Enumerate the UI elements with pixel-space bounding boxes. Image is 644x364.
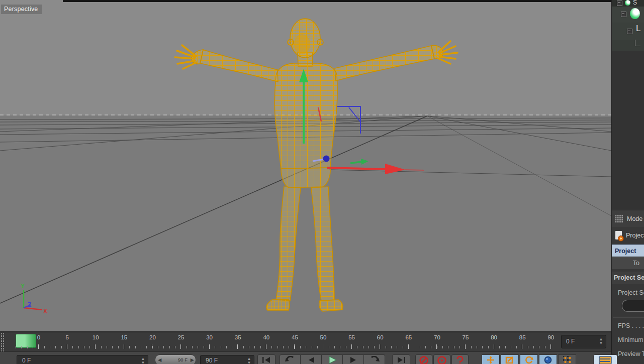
tick-label: 30 — [206, 334, 213, 340]
project-scale-input[interactable] — [622, 300, 644, 312]
goto-next-key-button[interactable] — [364, 354, 385, 364]
next-frame-button[interactable] — [343, 354, 364, 364]
keying-rotation-toggle[interactable] — [520, 354, 538, 364]
project-scale-label: Project Scale — [618, 289, 644, 296]
keyframe-selection-button[interactable] — [451, 354, 469, 364]
position-move-icon — [486, 356, 495, 364]
tick-label: 25 — [178, 334, 185, 340]
context-label: Project — [626, 227, 644, 245]
object-tree-item[interactable]: L — [612, 23, 644, 40]
rotation-arrow-icon — [524, 356, 533, 364]
expand-icon[interactable] — [627, 29, 632, 34]
tick-label: 0 — [37, 334, 40, 340]
perspective-viewport[interactable]: Y Z X Perspective — [0, 0, 611, 331]
object-label[interactable]: S — [633, 0, 637, 6]
tick-label: 65 — [405, 334, 412, 340]
tick-label: 70 — [434, 334, 440, 340]
timeline-ruler[interactable]: 051015202530354045505560657075808590 0 F… — [0, 331, 611, 351]
application-window: Y Z X Perspective S L Mode — [0, 0, 644, 364]
pla-dots-icon — [563, 356, 571, 363]
tab-project[interactable]: Project — [612, 245, 644, 257]
viewport-top-border — [63, 0, 611, 2]
play-icon — [327, 356, 337, 364]
tick-label: 85 — [519, 334, 526, 340]
tick-label: 15 — [121, 334, 127, 340]
preview-range-slider[interactable]: ◀ 90 F ▶ — [155, 354, 196, 364]
keying-parameter-toggle[interactable] — [539, 354, 557, 364]
timeline-film-button[interactable] — [593, 354, 617, 364]
tab-todo[interactable]: To — [612, 257, 644, 269]
record-active-objects-button[interactable] — [415, 354, 432, 364]
minimum-time-label: Minimum Time — [618, 336, 644, 343]
current-frame-field[interactable]: 0 F ▲▼ — [561, 335, 606, 348]
tick-label: 50 — [320, 334, 327, 340]
expand-icon[interactable] — [617, 1, 622, 6]
green-sphere-icon[interactable] — [625, 0, 630, 6]
goto-previous-key-button[interactable] — [280, 354, 301, 364]
tree-corner-icon — [635, 40, 640, 46]
axis-z-label: Z — [28, 301, 31, 308]
previous-frame-button[interactable] — [301, 354, 322, 364]
model-face — [294, 34, 310, 54]
goto-start-button[interactable] — [257, 354, 275, 364]
tick-label: 55 — [348, 334, 355, 340]
play-forward-button[interactable] — [322, 354, 343, 364]
axis-y-label: Y — [21, 283, 25, 290]
viewport-camera-label[interactable]: Perspective — [1, 5, 42, 14]
parameter-circle-icon — [543, 356, 553, 364]
record-key-icon — [419, 356, 429, 364]
goto-start-icon — [261, 356, 271, 364]
playback-group — [280, 354, 385, 364]
grid-icon — [615, 215, 623, 223]
next-frame-icon — [348, 356, 358, 364]
frame-end-field[interactable]: 90 F ▲▼ — [200, 355, 254, 364]
expand-icon[interactable] — [621, 12, 626, 17]
autokey-ring-icon — [437, 356, 447, 364]
range-right-arrow-icon[interactable]: ▶ — [191, 355, 194, 364]
frame-start-field[interactable]: 0 F ▲▼ — [17, 355, 148, 364]
tick-label: 75 — [463, 334, 469, 340]
tick-label: 20 — [149, 334, 156, 340]
tick-label: 40 — [263, 334, 269, 340]
object-label[interactable]: L — [636, 24, 640, 34]
transport-bar: 0 F ▲▼ ◀ 90 F ▶ 90 F ▲▼ — [0, 351, 611, 364]
previous-key-icon — [285, 356, 295, 364]
goto-end-button[interactable] — [392, 354, 410, 364]
tick-label: 5 — [65, 334, 68, 340]
attribute-context-row[interactable]: Project — [612, 227, 644, 245]
keying-scale-toggle[interactable] — [501, 354, 519, 364]
axis-x-label: X — [43, 308, 47, 315]
tick-label: 45 — [292, 334, 298, 340]
divider — [613, 317, 644, 317]
attribute-mode-bar[interactable]: Mode — [612, 210, 644, 228]
key-question-icon — [455, 356, 465, 364]
keying-pla-toggle[interactable] — [558, 354, 576, 364]
film-strip-icon — [599, 356, 612, 364]
tick-label: 35 — [235, 334, 241, 340]
mode-label: Mode — [627, 210, 642, 227]
object-tree-branch — [612, 40, 644, 51]
range-left-arrow-icon[interactable]: ◀ — [158, 355, 161, 364]
range-end-label: 90 F — [178, 355, 188, 364]
object-tree-item[interactable] — [612, 7, 644, 23]
fps-label: FPS . . . . — [618, 322, 644, 329]
section-header: Project Settings — [612, 272, 644, 284]
hip-z-axis-dot[interactable] — [323, 156, 330, 162]
timeline-ruler-labels: 051015202530354045505560657075808590 — [0, 332, 558, 344]
right-panel: S L Mode Project Project To Project Sett… — [611, 0, 644, 364]
goto-end-icon — [396, 356, 406, 364]
object-manager-empty — [612, 51, 644, 210]
keying-position-toggle[interactable] — [482, 354, 500, 364]
stepper-icon[interactable]: ▲▼ — [599, 337, 603, 345]
stepper-icon[interactable]: ▲▼ — [141, 357, 145, 364]
green-sphere-icon[interactable] — [630, 8, 640, 19]
major-ticks — [38, 344, 554, 349]
autokeying-button[interactable] — [433, 354, 450, 364]
tick-label: 80 — [491, 334, 497, 340]
tick-label: 10 — [93, 334, 99, 340]
scene-canvas[interactable]: Y Z X — [0, 0, 611, 331]
object-tree-item[interactable]: S — [612, 0, 644, 7]
preview-time-label: Preview Time — [618, 350, 644, 357]
tick-label: 90 — [547, 334, 554, 340]
stepper-icon[interactable]: ▲▼ — [247, 357, 251, 364]
